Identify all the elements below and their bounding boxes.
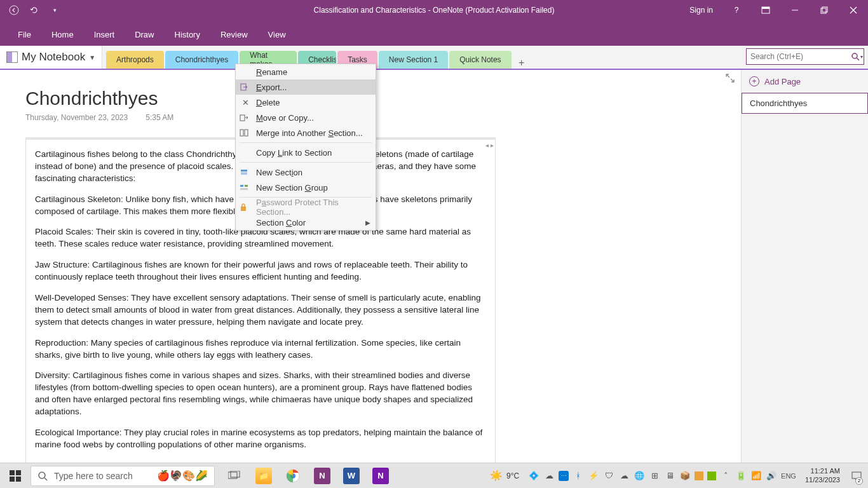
ribbon-tab-history[interactable]: History (165, 24, 210, 46)
section-tabs: Arthropods Chondrichthyes What makes... … (102, 46, 742, 69)
tray-app-blue[interactable]: ⋯ (559, 471, 569, 481)
notebook-picker[interactable]: My Notebook ▼ (0, 46, 102, 69)
tray-wifi[interactable]: 📶 (750, 470, 762, 482)
svg-rect-19 (241, 207, 246, 211)
add-page-button[interactable]: + Add Page (742, 70, 868, 93)
toolbar-row: My Notebook ▼ Arthropods Chondrichthyes … (0, 46, 868, 70)
tray-app-o[interactable] (695, 471, 703, 480)
tray-app-y[interactable]: 📦 (679, 470, 691, 482)
svg-rect-17 (245, 185, 248, 187)
add-section-button[interactable]: + (513, 57, 531, 69)
tray-nvidia[interactable] (707, 471, 716, 480)
cm-separator (240, 142, 372, 143)
clock[interactable]: 11:21 AM 11/23/2023 (800, 467, 845, 484)
tray-volume[interactable]: 🔊 (766, 470, 777, 482)
titlebar: ▾ Classification and Characteristics - O… (0, 0, 868, 20)
note-paragraph[interactable]: Diversity: Cartilaginous fishes come in … (35, 370, 486, 418)
back-button[interactable] (5, 1, 23, 19)
note-paragraph[interactable]: Ecological Importance: They play crucial… (35, 427, 486, 451)
cm-merge[interactable]: Merge into Another Section... (236, 125, 376, 140)
search-icon[interactable]: ▾ (850, 50, 863, 63)
svg-point-8 (852, 53, 857, 58)
task-view-button[interactable] (221, 463, 248, 489)
minimize-button[interactable] (780, 0, 810, 20)
note-paragraph[interactable]: Reproduction: Many species of cartilagin… (35, 337, 486, 362)
tray-bluetooth[interactable]: ᚼ (573, 470, 584, 482)
notif-badge: 2 (855, 477, 863, 485)
ribbon-tab-file[interactable]: File (8, 24, 41, 46)
task-explorer[interactable]: 📁 (250, 463, 277, 489)
cm-copy-link[interactable]: Copy Link to Section (236, 145, 376, 160)
tray-icons: 💠 ☁ ⋯ ᚼ ⚡ 🛡 ☁ 🌐 ⊞ 🖥 📦 ˄ 🔋 📶 🔊 ENG (528, 470, 796, 482)
ribbon-tab-draw[interactable]: Draw (125, 24, 164, 46)
close-button[interactable] (839, 0, 868, 20)
ribbon-tab-review[interactable]: Review (210, 24, 258, 46)
tray-power[interactable]: ⚡ (588, 470, 599, 482)
cm-new-section[interactable]: New Section (236, 165, 376, 180)
cm-section-color[interactable]: Section Color ▶ (236, 215, 376, 230)
svg-line-9 (857, 58, 859, 60)
system-tray: ☀️ 9°C 💠 ☁ ⋯ ᚼ ⚡ 🛡 ☁ 🌐 ⊞ 🖥 📦 ˄ 🔋 📶 🔊 ENG… (485, 463, 868, 489)
search-input[interactable] (746, 48, 864, 65)
note-handle-icon[interactable]: ◂ ▸ (485, 141, 494, 150)
search-emoji-strip: 🍎🦃🎨🌽 (157, 470, 208, 482)
weather-widget[interactable]: ☀️ 9°C (485, 470, 524, 482)
delete-icon: ✕ (240, 98, 251, 107)
tray-chevron-up[interactable]: ˄ (720, 470, 731, 482)
task-icons: 📁 N W N (221, 463, 394, 489)
tray-shield[interactable]: 🛡 (603, 470, 614, 482)
section-tab-newsection1[interactable]: New Section 1 (379, 51, 448, 69)
merge-icon (240, 128, 251, 137)
start-button[interactable] (0, 463, 31, 489)
section-tab-chondrichthyes[interactable]: Chondrichthyes (165, 51, 238, 69)
ribbon-tab-home[interactable]: Home (41, 24, 84, 46)
tray-lang[interactable]: ENG (781, 470, 796, 482)
tray-meet[interactable]: 💠 (528, 470, 539, 482)
tray-cloud[interactable]: ☁ (543, 470, 555, 482)
qat-customize[interactable]: ▾ (46, 1, 64, 19)
note-paragraph[interactable]: Jaw Structure: Cartilaginous fishes are … (35, 259, 486, 283)
tray-app-b[interactable]: 🖥 (664, 470, 675, 482)
signin-button[interactable]: Sign in (681, 6, 722, 15)
fullscreen-button[interactable] (726, 74, 735, 83)
tray-onedrive[interactable]: ☁ (618, 470, 630, 482)
notification-button[interactable]: 2 (849, 463, 864, 489)
maximize-button[interactable] (810, 0, 839, 20)
page-item-chondrichthyes[interactable]: Chondrichthyes (742, 93, 868, 114)
help-button[interactable]: ? (722, 0, 751, 20)
task-chrome[interactable] (280, 463, 306, 489)
new-section-icon (240, 168, 251, 177)
move-icon (240, 113, 251, 122)
taskbar: Type here to search 🍎🦃🎨🌽 📁 N W N ☀️ 9°C … (0, 463, 868, 488)
undo-button[interactable] (25, 1, 43, 19)
notebook-name: My Notebook (22, 51, 85, 64)
svg-rect-12 (240, 130, 243, 136)
cm-delete[interactable]: ✕ Delete (236, 95, 376, 110)
svg-rect-16 (240, 185, 243, 187)
tray-app-w[interactable]: ⊞ (649, 470, 660, 482)
lock-icon (240, 203, 251, 212)
section-tab-arthropods[interactable]: Arthropods (106, 51, 164, 69)
task-onenote-app[interactable]: N (367, 463, 394, 489)
svg-rect-15 (241, 172, 247, 175)
clock-time: 11:21 AM (805, 467, 840, 475)
cm-export[interactable]: Export... (236, 79, 376, 95)
ribbon-tab-view[interactable]: View (258, 24, 296, 46)
cm-move-copy[interactable]: Move or Copy... (236, 110, 376, 125)
task-word[interactable]: W (338, 463, 365, 489)
add-page-label: Add Page (764, 77, 801, 86)
cm-password-protect[interactable]: Password Protect This Section... (236, 200, 376, 215)
ribbon-display-options[interactable] (751, 0, 780, 20)
taskbar-search[interactable]: Type here to search 🍎🦃🎨🌽 (31, 466, 215, 486)
note-paragraph[interactable]: Well-Developed Senses: They have excelle… (35, 292, 486, 329)
tray-app-g[interactable]: 🌐 (634, 470, 645, 482)
cm-rename[interactable]: Rename (236, 64, 376, 79)
section-tab-quicknotes[interactable]: Quick Notes (449, 51, 511, 69)
ribbon-tab-insert[interactable]: Insert (84, 24, 125, 46)
task-onenote[interactable]: N (309, 463, 336, 489)
tray-battery[interactable]: 🔋 (735, 470, 747, 482)
taskbar-search-placeholder: Type here to search (54, 471, 133, 481)
chevron-down-icon: ▼ (89, 54, 95, 61)
svg-point-24 (39, 472, 45, 478)
cm-new-section-group[interactable]: New Section Group (236, 180, 376, 195)
